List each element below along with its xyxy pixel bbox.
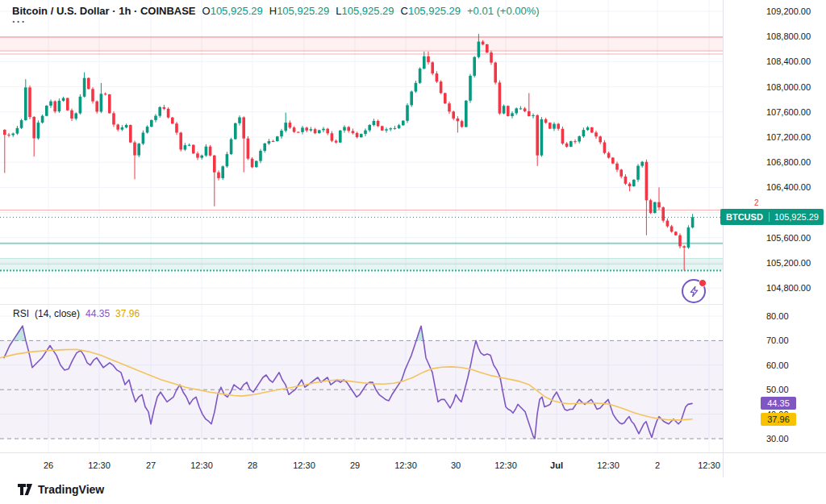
candle-body xyxy=(263,144,266,151)
price-change: +0.01 (+0.00%) xyxy=(467,5,540,18)
candle-body xyxy=(536,115,539,156)
last-price-badge[interactable]: BTCUSD 105,925.29 xyxy=(720,209,824,225)
candle-body xyxy=(377,121,380,126)
candle-body xyxy=(436,73,439,81)
candle-body xyxy=(524,108,527,111)
rsi-axis-label: 70.00 xyxy=(766,335,789,346)
rsi-axis-label: 50.00 xyxy=(766,384,789,395)
time-axis-label: 30 xyxy=(451,460,461,470)
candle-body xyxy=(394,128,397,129)
time-axis-label: 26 xyxy=(44,460,53,470)
candle-body xyxy=(255,161,258,168)
candle-body xyxy=(154,116,157,120)
candle-body xyxy=(406,105,409,120)
rsi-axis-label: 60.00 xyxy=(766,360,789,371)
ohlc-o: O105,925.29 xyxy=(202,5,263,17)
candle-body xyxy=(415,83,418,92)
candle-body xyxy=(544,119,548,123)
candle-body xyxy=(507,106,510,116)
candle-body xyxy=(58,101,61,111)
candle-body xyxy=(461,121,464,127)
ohlc-key: H xyxy=(269,5,277,17)
candle-body xyxy=(192,145,195,154)
candle-body xyxy=(251,159,254,168)
candle-body xyxy=(557,124,560,129)
candle-body xyxy=(95,102,98,112)
quick-action-button[interactable] xyxy=(682,279,706,303)
candle-body xyxy=(565,144,569,147)
rsi-ma-value: 37.96 xyxy=(115,308,140,319)
candle-body xyxy=(649,200,653,213)
legend-more-button[interactable]: ··· xyxy=(12,17,27,27)
time-axis[interactable]: 2612:302712:302812:302912:303012:30Jul12… xyxy=(0,452,826,478)
candle-body xyxy=(465,101,468,127)
rsi-title[interactable]: RSI xyxy=(13,308,29,319)
candle-body xyxy=(431,62,434,73)
candle-body xyxy=(112,113,115,124)
pane-separator[interactable] xyxy=(0,304,826,305)
candle-body xyxy=(611,158,615,164)
price-axis-label: 105,600.00 xyxy=(766,232,811,244)
candle-body xyxy=(398,125,401,128)
price-axis[interactable]: 2 BTCUSD 105,925.29 44.35 37.96 109,200.… xyxy=(723,0,826,452)
candle-body xyxy=(24,87,27,120)
candle-body xyxy=(624,177,628,184)
ohlc-key: C xyxy=(401,5,408,17)
candle-body xyxy=(268,141,271,144)
tradingview-logo-text: TradingView xyxy=(38,483,104,496)
candle-body xyxy=(83,78,86,97)
rsi-value: 44.35 xyxy=(86,308,110,319)
price-axis-label: 106,400.00 xyxy=(766,181,811,193)
candle-body xyxy=(66,98,69,110)
candle-body xyxy=(259,151,262,161)
candle-body xyxy=(402,121,405,126)
candle-body xyxy=(310,129,313,131)
candle-body xyxy=(45,106,48,116)
candle-body xyxy=(691,217,695,227)
candle-body xyxy=(448,103,451,111)
candle-body xyxy=(297,132,300,133)
candle-body xyxy=(209,147,212,156)
ohlc-value: 105,925.29 xyxy=(341,5,394,17)
time-axis-label: 12:30 xyxy=(494,460,517,470)
candle-body xyxy=(230,140,233,155)
candle-body xyxy=(163,107,166,109)
candle-body xyxy=(661,207,665,220)
candle-body xyxy=(478,42,481,57)
candle-body xyxy=(540,119,544,156)
candle-body xyxy=(360,134,363,137)
candle-body xyxy=(62,98,65,101)
rsi-axis-label: 80.00 xyxy=(766,310,789,322)
price-axis-label: 108,400.00 xyxy=(766,56,811,67)
candle-body xyxy=(503,106,506,113)
symbol-description[interactable]: Bitcoin / U.S. Dollar · 1h · COINBASE xyxy=(12,5,196,18)
tradingview-logo[interactable]: TradingView xyxy=(18,483,104,496)
candle-body xyxy=(490,52,493,63)
rsi-axis-label: 30.00 xyxy=(766,433,789,444)
time-axis-label: 27 xyxy=(146,460,156,470)
chart-canvas[interactable] xyxy=(0,0,723,452)
candle-body xyxy=(385,129,388,131)
rsi-band xyxy=(0,340,723,439)
ohlc-key: O xyxy=(202,5,211,17)
candle-body xyxy=(590,127,594,132)
candle-body xyxy=(373,121,376,125)
candle-body xyxy=(318,130,321,133)
candle-body xyxy=(364,131,367,135)
candle-body xyxy=(389,128,392,129)
candle-body xyxy=(640,162,644,166)
rsi-legend: RSI (14, close) 44.35 37.96 xyxy=(13,308,140,319)
axis-corner-divider xyxy=(723,452,724,477)
candle-body xyxy=(678,235,682,247)
alert-count-badge[interactable]: 2 xyxy=(754,198,759,207)
candle-body xyxy=(100,94,103,111)
ohlc-values: O105,925.29H105,925.29L105,925.29C105,92… xyxy=(196,5,461,18)
last-price-badge-symbol: BTCUSD xyxy=(720,212,770,222)
candle-body xyxy=(11,134,15,135)
candle-body xyxy=(217,173,220,178)
candle-body xyxy=(150,120,153,127)
last-price-badge-value: 105,925.29 xyxy=(770,212,824,222)
candle-body xyxy=(494,63,497,83)
candle-body xyxy=(104,94,107,94)
candle-body xyxy=(632,180,636,186)
